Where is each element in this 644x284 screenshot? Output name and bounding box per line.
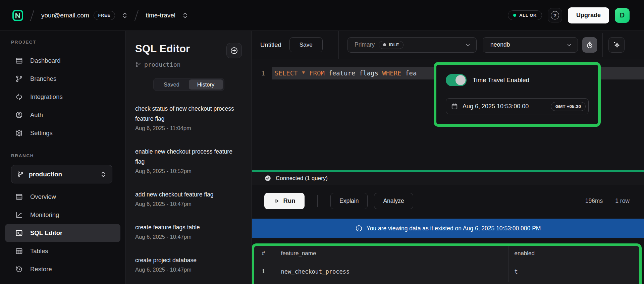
sidebar-item-label: Tables: [30, 247, 48, 255]
time-travel-banner: You are viewing data as it existed on Au…: [252, 219, 644, 238]
sidebar-item-sql-editor[interactable]: SQL Editor: [5, 224, 120, 242]
history-item[interactable]: add new checkout feature flag Aug 6, 202…: [135, 189, 236, 207]
save-button[interactable]: Save: [289, 37, 323, 52]
history-item-title: check status of new checkout process fea…: [135, 104, 236, 124]
help-button[interactable]: ?: [548, 8, 562, 22]
topbar-breadcrumb: your@email.com FREE time-travel: [12, 9, 188, 22]
sidebar-item-integrations[interactable]: Integrations: [0, 88, 125, 106]
chevron-down-icon: [566, 42, 572, 48]
org-selector[interactable]: your@email.com FREE: [41, 11, 127, 20]
line-number: 1: [252, 67, 272, 79]
history-item[interactable]: create project database Aug 6, 2025 - 10…: [135, 255, 236, 273]
toggle-knob: [455, 75, 466, 85]
integrations-icon: [15, 93, 23, 101]
status-dot-icon: [513, 14, 516, 17]
ai-assist-button[interactable]: [608, 37, 625, 53]
sql-token: feature_flags: [325, 69, 382, 77]
sidebar-item-label: Dashboard: [30, 57, 61, 64]
sidebar-section-project: PROJECT: [11, 40, 125, 46]
sql-token: WHERE: [382, 69, 401, 77]
query-duration: 196ms: [585, 197, 603, 205]
check-circle-icon: [264, 175, 271, 182]
upgrade-button[interactable]: Upgrade: [568, 7, 609, 23]
time-travel-datetime-input[interactable]: Aug 6, 2025 10:53:00.00 GMT +05:30: [446, 98, 589, 114]
sidebar-item-monitoring[interactable]: Monitoring: [0, 206, 125, 224]
sidebar-item-label: Overview: [30, 193, 56, 201]
run-label: Run: [283, 197, 296, 205]
neon-console: your@email.com FREE time-travel ALL OK ?: [0, 0, 644, 284]
col-header-enabled: enabled: [508, 246, 639, 261]
info-icon: [355, 225, 363, 232]
sidebar-item-overview[interactable]: Overview: [0, 188, 125, 206]
sidebar-item-label: Auth: [30, 111, 43, 119]
system-status-pill[interactable]: ALL OK: [508, 10, 542, 20]
sidebar-item-branches[interactable]: Branches: [0, 70, 125, 88]
compute-status-badge: IDLE: [379, 41, 403, 49]
sidebar-item-tables[interactable]: Tables: [0, 242, 125, 260]
connection-status-text: Connected (1 query): [276, 175, 328, 182]
database-name: neondb: [490, 41, 510, 48]
sql-editor-panel: SQL Editor production Saved History chec…: [126, 31, 252, 284]
history-item-date: Aug 6, 2025 - 10:52pm: [135, 168, 236, 174]
time-travel-datetime-value: Aug 6, 2025 10:53:00.00: [463, 103, 546, 110]
run-button[interactable]: Run: [264, 193, 305, 209]
chevrons-up-down-icon: [122, 11, 127, 19]
history-item-title: create project database: [135, 255, 236, 265]
sidebar-section-branch: BRANCH: [11, 153, 125, 159]
sidebar-item-label: Branches: [30, 75, 56, 82]
sidebar: PROJECT Dashboard Branches Integrations …: [0, 31, 126, 284]
calendar-icon: [451, 103, 458, 110]
sidebar-item-label: Settings: [30, 129, 53, 137]
branch-icon: [17, 171, 24, 178]
history-item[interactable]: create feature flags table Aug 6, 2025 -…: [135, 222, 236, 240]
time-travel-toggle-label: Time Travel Enabled: [473, 76, 529, 84]
database-selector[interactable]: neondb: [483, 37, 578, 53]
history-item-date: Aug 6, 2025 - 10:47pm: [135, 267, 236, 273]
tab-saved[interactable]: Saved: [155, 79, 189, 90]
results-table: # feature_name enabled 1 new_checkout_pr…: [254, 246, 639, 282]
topbar-actions: ALL OK ? Upgrade D: [508, 7, 630, 23]
history-item-date: Aug 6, 2025 - 11:04pm: [135, 125, 236, 131]
actions-divider: [317, 195, 318, 207]
question-mark-icon: ?: [551, 11, 559, 19]
project-selector[interactable]: time-travel: [146, 11, 188, 19]
history-item-title: create feature flags table: [135, 222, 236, 232]
sidebar-item-label: Integrations: [30, 93, 63, 101]
chevrons-up-down-icon: [101, 170, 106, 179]
time-travel-toggle[interactable]: [446, 74, 467, 86]
analyze-button[interactable]: Analyze: [374, 193, 413, 209]
history-item[interactable]: check status of new checkout process fea…: [135, 104, 236, 131]
compute-selector[interactable]: Primary IDLE: [347, 37, 477, 53]
restore-icon: [15, 265, 23, 273]
new-query-button[interactable]: [226, 43, 242, 58]
sidebar-item-dashboard[interactable]: Dashboard: [0, 52, 125, 70]
results-table-container: # feature_name enabled 1 new_checkout_pr…: [252, 243, 642, 284]
branches-icon: [15, 75, 23, 83]
editor-toolbar: Untitled Save Primary IDLE neondb: [252, 31, 644, 59]
banner-text: You are viewing data as it existed on Au…: [367, 225, 541, 232]
idle-dot-icon: [383, 43, 386, 46]
history-item-title: add new checkout feature flag: [135, 189, 236, 200]
timezone-badge: GMT +05:30: [551, 102, 586, 111]
branch-selector[interactable]: production: [11, 165, 112, 183]
sql-token: [306, 69, 309, 77]
monitoring-icon: [15, 211, 23, 219]
avatar[interactable]: D: [615, 8, 630, 23]
stopwatch-icon: [586, 41, 594, 49]
sql-editor-icon: [15, 229, 23, 237]
branch-icon: [135, 62, 141, 68]
settings-icon: [15, 129, 23, 137]
sidebar-item-auth[interactable]: Auth: [0, 106, 125, 124]
time-travel-button[interactable]: [582, 37, 597, 53]
history-item[interactable]: enable new checkout process feature flag…: [135, 147, 236, 174]
explain-button[interactable]: Explain: [330, 193, 368, 209]
sql-token: [298, 69, 302, 77]
sidebar-item-settings[interactable]: Settings: [0, 124, 125, 142]
sidebar-item-restore[interactable]: Restore: [0, 260, 125, 278]
panel-branch-tag: production: [135, 61, 251, 68]
auth-icon: [15, 111, 23, 119]
compute-name: Primary: [355, 41, 375, 48]
tab-history[interactable]: History: [189, 79, 223, 90]
neon-logo-icon: [12, 9, 23, 22]
query-actions-row: Run Explain Analyze 196ms 1 row: [252, 185, 644, 216]
